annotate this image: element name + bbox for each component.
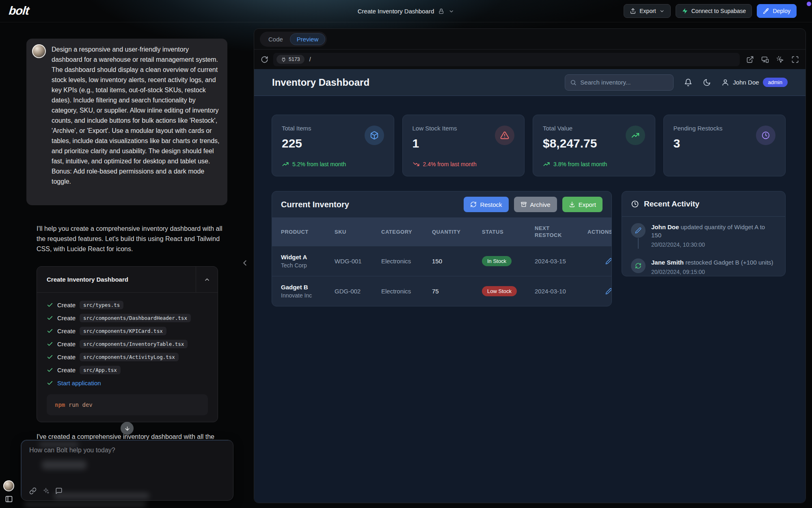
fullscreen-icon[interactable] — [791, 56, 799, 63]
notifications-button[interactable] — [684, 78, 692, 87]
inventory-search[interactable] — [565, 74, 674, 91]
search-icon — [570, 79, 577, 86]
artifact-card: Create Inventory Dashboard Create src/ty… — [37, 266, 218, 422]
port-pill[interactable]: 5173 — [276, 55, 304, 64]
user-name: John Doe — [733, 79, 759, 86]
kpi-trend-text: 3.8% from last month — [553, 161, 607, 167]
step-action: Create — [57, 315, 76, 321]
product-cell: Gadget B Innovate Inc — [281, 284, 335, 299]
table-row[interactable]: Widget A Tech Corp WDG-001 Electronics 1… — [272, 246, 611, 276]
status-badge: In Stock — [482, 256, 512, 266]
activity-header: Recent Activity — [622, 191, 785, 217]
collapse-chat-handle[interactable] — [240, 258, 249, 267]
chevron-down-icon — [449, 9, 454, 14]
responsive-devices-icon[interactable] — [761, 56, 769, 63]
table-row[interactable]: Gadget B Innovate Inc GDG-002 Electronic… — [272, 276, 611, 306]
alert-triangle-icon — [495, 126, 514, 145]
archive-label: Archive — [530, 201, 551, 208]
open-external-icon[interactable] — [746, 56, 754, 63]
activity-actor: Jane Smith — [651, 259, 684, 266]
step-action: Create — [57, 328, 76, 334]
file-chip[interactable]: src/components/DashboardHeader.tsx — [80, 314, 191, 322]
assistant-intro-text: I'll help you create a comprehensive inv… — [37, 224, 226, 254]
command-name: npm — [55, 402, 65, 408]
export-csv-button[interactable]: Export — [562, 197, 603, 212]
attach-link-icon[interactable] — [29, 487, 37, 495]
artifact-step: Create src/components/ActivityLog.tsx — [47, 350, 208, 363]
artifact-step: Create src/types.ts — [47, 298, 208, 311]
product-supplier: Innovate Inc — [281, 292, 335, 299]
project-title-menu[interactable]: Create Inventory Dashboard — [358, 0, 454, 22]
restock-date-cell: 2024-03-15 — [535, 258, 587, 265]
panel-left-icon — [5, 495, 13, 503]
app-preview: Inventory Dashboard John Doe — [254, 69, 806, 503]
tab-code[interactable]: Code — [261, 33, 290, 45]
terminal-command-block: npm run dev — [47, 394, 208, 415]
edit-pencil-icon[interactable] — [605, 258, 612, 265]
kpi-trend-text: 5.2% from last month — [292, 161, 346, 167]
quantity-cell[interactable]: 150 — [432, 258, 482, 265]
artifact-title: Create Inventory Dashboard — [37, 267, 196, 292]
col-actions: Actions — [587, 228, 612, 235]
inventory-card-header: Current Inventory Restock Archive — [272, 191, 611, 217]
dark-mode-toggle[interactable] — [703, 78, 711, 87]
start-application-link[interactable]: Start application — [57, 380, 101, 386]
col-sku: SKU — [335, 228, 381, 235]
editor-tabs-row: Code Preview — [254, 29, 806, 49]
table-header-row: Product SKU Category Quantity Status Nex… — [272, 217, 611, 246]
artifact-header[interactable]: Create Inventory Dashboard — [37, 267, 218, 293]
inventory-title: Current Inventory — [281, 200, 349, 209]
deploy-button[interactable]: Deploy — [757, 4, 797, 18]
account-avatar[interactable] — [3, 480, 14, 491]
artifact-step: Create src/components/KPICard.tsx — [47, 324, 208, 337]
user-menu[interactable]: John Doe admin — [721, 78, 788, 87]
arrow-down-icon — [124, 426, 130, 432]
url-bar[interactable]: 5173 / — [273, 53, 740, 66]
artifact-steps: Create src/types.ts Create src/component… — [37, 293, 218, 389]
collapse-artifact-button[interactable] — [196, 267, 218, 292]
kpi-trend: 3.8% from last month — [543, 161, 607, 168]
chat-input[interactable] — [29, 447, 224, 482]
app-header-right: John Doe admin — [565, 74, 788, 91]
col-status: Status — [482, 228, 535, 235]
file-chip[interactable]: src/App.tsx — [80, 366, 121, 374]
quantity-cell[interactable]: 75 — [432, 288, 482, 295]
file-chip[interactable]: src/components/InventoryTable.tsx — [80, 340, 188, 348]
screen: bolt Create Inventory Dashboard Export C… — [0, 0, 812, 508]
url-path: / — [309, 56, 311, 63]
search-input[interactable] — [580, 79, 668, 86]
role-badge: admin — [763, 78, 788, 87]
step-action: Create — [57, 302, 76, 308]
check-icon — [47, 380, 53, 386]
user-icon — [721, 78, 729, 86]
user-avatar — [32, 44, 46, 58]
supabase-bolt-icon — [682, 8, 688, 14]
export-button[interactable]: Export — [624, 4, 670, 18]
restock-button[interactable]: Restock — [464, 197, 508, 212]
bulk-action-buttons: Restock Archive Export — [464, 197, 603, 212]
connect-supabase-button[interactable]: Connect to Supabase — [676, 4, 752, 18]
kpi-trend: 5.2% from last month — [282, 161, 346, 168]
file-chip[interactable]: src/components/ActivityLog.tsx — [80, 353, 179, 361]
sidebar-toggle[interactable] — [5, 495, 13, 503]
sku-cell: WDG-001 — [335, 258, 381, 265]
lock-icon — [438, 8, 445, 15]
edit-pencil-icon[interactable] — [605, 288, 612, 295]
top-bar: bolt Create Inventory Dashboard Export C… — [0, 0, 812, 22]
file-chip[interactable]: src/types.ts — [80, 301, 123, 309]
reload-button[interactable] — [261, 56, 268, 63]
product-name: Widget A — [281, 254, 335, 261]
activity-action: restocked Gadget B (+100 units) — [685, 259, 773, 266]
archive-button[interactable]: Archive — [514, 197, 557, 212]
tab-preview[interactable]: Preview — [290, 33, 325, 45]
bolt-logo[interactable]: bolt — [8, 4, 30, 17]
app-title: Inventory Dashboard — [272, 77, 369, 88]
file-chip[interactable]: src/components/KPICard.tsx — [80, 327, 166, 335]
discussion-icon[interactable] — [55, 487, 63, 495]
pointer-interactions-icon[interactable] — [776, 56, 784, 63]
status-cell: Low Stock — [482, 286, 535, 296]
command-args-text: run dev — [69, 402, 93, 408]
step-action: Create — [57, 367, 76, 373]
sparkles-icon[interactable] — [42, 487, 50, 495]
chat-input-box[interactable] — [21, 440, 233, 501]
